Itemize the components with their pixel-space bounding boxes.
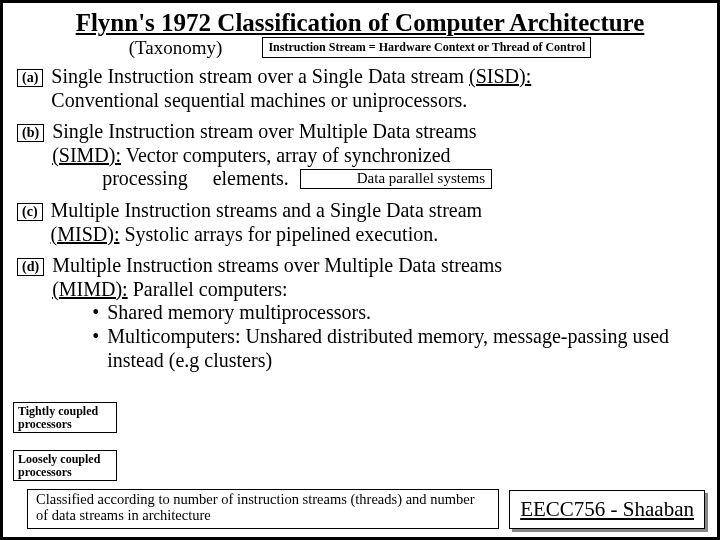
footer-row: Classified according to number of instru… bbox=[27, 489, 705, 529]
item-b: (b) Single Instruction stream over Multi… bbox=[17, 120, 707, 191]
label-c: (c) bbox=[17, 203, 43, 221]
b-line3: processing elements. Data parallel syste… bbox=[52, 167, 492, 191]
a-text-2: Conventional sequential machines or unip… bbox=[51, 89, 531, 113]
c-text-2: Systolic arrays for pipelined execution. bbox=[119, 223, 438, 245]
tightly-coupled-box: Tightly coupled processors bbox=[13, 402, 117, 433]
item-c: (c) Multiple Instruction streams and a S… bbox=[17, 199, 707, 246]
a-text-1: Single Instruction stream over a Single … bbox=[51, 65, 469, 87]
d-bullets: • Shared memory multiprocessors. • Multi… bbox=[92, 301, 707, 372]
b-text-3b: elements. bbox=[213, 167, 289, 189]
loosely-coupled-box: Loosely coupled processors bbox=[13, 450, 117, 481]
body-b: Single Instruction stream over Multiple … bbox=[52, 120, 492, 191]
classification-note: Classified according to number of instru… bbox=[27, 489, 499, 529]
c-acronym: (MISD): bbox=[51, 223, 120, 245]
b-text-1: Single Instruction stream over Multiple … bbox=[52, 120, 476, 142]
body-d: Multiple Instruction streams over Multip… bbox=[52, 254, 707, 372]
item-a: (a) Single Instruction stream over a Sin… bbox=[17, 65, 707, 112]
slide-frame: Flynn's 1972 Classification of Computer … bbox=[0, 0, 720, 540]
c-text-1: Multiple Instruction streams and a Singl… bbox=[51, 199, 483, 221]
b-text-2: Vector computers, array of synchronized bbox=[121, 144, 451, 166]
d-text-2: Parallel computers: bbox=[128, 278, 288, 300]
bullet-2: Multicomputers: Unshared distributed mem… bbox=[107, 325, 707, 372]
b-acronym: (SIMD): bbox=[52, 144, 121, 166]
bullet-icon: • bbox=[92, 325, 99, 349]
bullet-1-row: • Shared memory multiprocessors. bbox=[92, 301, 707, 325]
label-b: (b) bbox=[17, 124, 44, 142]
b-text-3a: processing bbox=[102, 167, 188, 189]
subtitle-row: (Taxonomy) Instruction Stream = Hardware… bbox=[13, 37, 707, 59]
data-parallel-box: Data parallel systems bbox=[300, 169, 492, 189]
bullet-1: Shared memory multiprocessors. bbox=[107, 301, 371, 325]
bullet-icon: • bbox=[92, 301, 99, 325]
d-text-1: Multiple Instruction streams over Multip… bbox=[52, 254, 502, 276]
a-acronym: (SISD): bbox=[469, 65, 531, 87]
course-badge: EECC756 - Shaaban bbox=[509, 490, 705, 529]
slide-title: Flynn's 1972 Classification of Computer … bbox=[13, 9, 707, 37]
item-d: (d) Multiple Instruction streams over Mu… bbox=[17, 254, 707, 372]
label-a: (a) bbox=[17, 69, 43, 87]
instruction-stream-note: Instruction Stream = Hardware Context or… bbox=[262, 37, 591, 58]
body-c: Multiple Instruction streams and a Singl… bbox=[51, 199, 483, 246]
bullet-2-row: • Multicomputers: Unshared distributed m… bbox=[92, 325, 707, 372]
d-acronym: (MIMD): bbox=[52, 278, 128, 300]
label-d: (d) bbox=[17, 258, 44, 276]
body-a: Single Instruction stream over a Single … bbox=[51, 65, 531, 112]
subtitle: (Taxonomy) bbox=[129, 37, 223, 59]
